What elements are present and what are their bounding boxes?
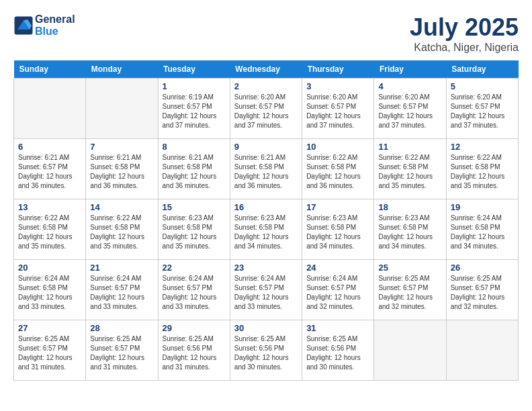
day-number: 1	[163, 81, 226, 91]
day-number: 9	[234, 142, 298, 152]
day-number: 31	[306, 323, 369, 333]
calendar-cell: 21 Sunrise: 6:24 AM Sunset: 6:57 PM Dayl…	[86, 260, 158, 320]
calendar-week-row: 27 Sunrise: 6:25 AM Sunset: 6:57 PM Dayl…	[14, 320, 519, 381]
calendar-week-row: 1 Sunrise: 6:19 AM Sunset: 6:57 PM Dayli…	[14, 79, 519, 139]
day-info: Sunrise: 6:24 AM Sunset: 6:58 PM Dayligh…	[451, 214, 514, 251]
calendar-cell: 26 Sunrise: 6:25 AM Sunset: 6:57 PM Dayl…	[446, 260, 518, 320]
day-info: Sunrise: 6:22 AM Sunset: 6:58 PM Dayligh…	[18, 214, 81, 251]
calendar-cell: 31 Sunrise: 6:25 AM Sunset: 6:56 PM Dayl…	[302, 320, 374, 381]
calendar-cell: 24 Sunrise: 6:24 AM Sunset: 6:57 PM Dayl…	[302, 260, 374, 320]
day-info: Sunrise: 6:23 AM Sunset: 6:58 PM Dayligh…	[234, 214, 298, 251]
day-number: 4	[378, 81, 441, 91]
day-info: Sunrise: 6:20 AM Sunset: 6:57 PM Dayligh…	[451, 93, 514, 130]
calendar-week-row: 20 Sunrise: 6:24 AM Sunset: 6:58 PM Dayl…	[14, 260, 519, 320]
month-title: July 2025	[410, 13, 519, 42]
title-section: July 2025 Katcha, Niger, Nigeria	[410, 13, 519, 54]
day-info: Sunrise: 6:21 AM Sunset: 6:58 PM Dayligh…	[90, 153, 153, 191]
day-number: 17	[306, 202, 369, 212]
day-info: Sunrise: 6:23 AM Sunset: 6:58 PM Dayligh…	[306, 214, 369, 251]
weekday-header-saturday: Saturday	[446, 60, 518, 79]
calendar-cell: 2 Sunrise: 6:20 AM Sunset: 6:57 PM Dayli…	[230, 79, 302, 139]
calendar-cell: 16 Sunrise: 6:23 AM Sunset: 6:58 PM Dayl…	[230, 199, 302, 260]
day-info: Sunrise: 6:25 AM Sunset: 6:56 PM Dayligh…	[234, 334, 298, 372]
calendar-cell: 8 Sunrise: 6:21 AM Sunset: 6:58 PM Dayli…	[158, 139, 230, 199]
day-number: 14	[90, 202, 153, 212]
day-info: Sunrise: 6:20 AM Sunset: 6:57 PM Dayligh…	[234, 93, 298, 130]
calendar-cell: 7 Sunrise: 6:21 AM Sunset: 6:58 PM Dayli…	[86, 139, 158, 199]
calendar-cell: 9 Sunrise: 6:21 AM Sunset: 6:58 PM Dayli…	[230, 139, 302, 199]
day-info: Sunrise: 6:21 AM Sunset: 6:58 PM Dayligh…	[163, 153, 226, 191]
calendar-cell: 4 Sunrise: 6:20 AM Sunset: 6:57 PM Dayli…	[374, 79, 446, 139]
day-info: Sunrise: 6:20 AM Sunset: 6:57 PM Dayligh…	[378, 93, 441, 130]
day-number: 3	[306, 81, 369, 91]
calendar-cell: 25 Sunrise: 6:25 AM Sunset: 6:57 PM Dayl…	[374, 260, 446, 320]
calendar-cell: 30 Sunrise: 6:25 AM Sunset: 6:56 PM Dayl…	[230, 320, 302, 381]
day-info: Sunrise: 6:24 AM Sunset: 6:57 PM Dayligh…	[234, 274, 298, 312]
calendar-cell: 27 Sunrise: 6:25 AM Sunset: 6:57 PM Dayl…	[14, 320, 86, 381]
calendar-cell: 1 Sunrise: 6:19 AM Sunset: 6:57 PM Dayli…	[158, 79, 230, 139]
day-number: 25	[378, 263, 441, 273]
day-info: Sunrise: 6:24 AM Sunset: 6:57 PM Dayligh…	[163, 274, 226, 312]
calendar-cell: 18 Sunrise: 6:23 AM Sunset: 6:58 PM Dayl…	[374, 199, 446, 260]
day-info: Sunrise: 6:21 AM Sunset: 6:57 PM Dayligh…	[18, 153, 81, 191]
calendar-cell	[86, 79, 158, 139]
day-number: 5	[451, 81, 514, 91]
calendar-cell: 12 Sunrise: 6:22 AM Sunset: 6:58 PM Dayl…	[446, 139, 518, 199]
calendar-cell	[14, 79, 86, 139]
calendar-cell: 5 Sunrise: 6:20 AM Sunset: 6:57 PM Dayli…	[446, 79, 518, 139]
weekday-header-thursday: Thursday	[302, 60, 374, 79]
day-number: 28	[90, 323, 153, 333]
calendar-cell: 13 Sunrise: 6:22 AM Sunset: 6:58 PM Dayl…	[14, 199, 86, 260]
calendar-cell: 15 Sunrise: 6:23 AM Sunset: 6:58 PM Dayl…	[158, 199, 230, 260]
day-number: 16	[234, 202, 298, 212]
calendar-cell	[446, 320, 518, 381]
day-info: Sunrise: 6:25 AM Sunset: 6:57 PM Dayligh…	[378, 274, 441, 312]
day-info: Sunrise: 6:22 AM Sunset: 6:58 PM Dayligh…	[378, 153, 441, 191]
day-number: 8	[163, 142, 226, 152]
calendar-cell	[374, 320, 446, 381]
day-info: Sunrise: 6:25 AM Sunset: 6:56 PM Dayligh…	[163, 334, 226, 372]
day-number: 24	[306, 263, 369, 273]
day-number: 18	[378, 202, 441, 212]
day-number: 29	[163, 323, 226, 333]
day-number: 22	[163, 263, 226, 273]
day-info: Sunrise: 6:22 AM Sunset: 6:58 PM Dayligh…	[90, 214, 153, 251]
weekday-header-friday: Friday	[374, 60, 446, 79]
calendar-cell: 3 Sunrise: 6:20 AM Sunset: 6:57 PM Dayli…	[302, 79, 374, 139]
calendar-cell: 22 Sunrise: 6:24 AM Sunset: 6:57 PM Dayl…	[158, 260, 230, 320]
day-number: 19	[451, 202, 514, 212]
weekday-header-sunday: Sunday	[14, 60, 86, 79]
calendar-table: SundayMondayTuesdayWednesdayThursdayFrid…	[13, 60, 519, 381]
day-info: Sunrise: 6:25 AM Sunset: 6:56 PM Dayligh…	[306, 334, 369, 372]
day-number: 6	[18, 142, 81, 152]
day-number: 10	[306, 142, 369, 152]
day-info: Sunrise: 6:22 AM Sunset: 6:58 PM Dayligh…	[306, 153, 369, 191]
day-info: Sunrise: 6:22 AM Sunset: 6:58 PM Dayligh…	[451, 153, 514, 191]
day-number: 27	[18, 323, 81, 333]
calendar-week-row: 6 Sunrise: 6:21 AM Sunset: 6:57 PM Dayli…	[14, 139, 519, 199]
day-info: Sunrise: 6:20 AM Sunset: 6:57 PM Dayligh…	[306, 93, 369, 130]
day-info: Sunrise: 6:23 AM Sunset: 6:58 PM Dayligh…	[378, 214, 441, 251]
calendar-cell: 29 Sunrise: 6:25 AM Sunset: 6:56 PM Dayl…	[158, 320, 230, 381]
day-info: Sunrise: 6:19 AM Sunset: 6:57 PM Dayligh…	[163, 93, 226, 130]
calendar-cell: 20 Sunrise: 6:24 AM Sunset: 6:58 PM Dayl…	[14, 260, 86, 320]
calendar-week-row: 13 Sunrise: 6:22 AM Sunset: 6:58 PM Dayl…	[14, 199, 519, 260]
calendar-cell: 14 Sunrise: 6:22 AM Sunset: 6:58 PM Dayl…	[86, 199, 158, 260]
logo-text: General Blue	[35, 13, 75, 38]
weekday-header-monday: Monday	[86, 60, 158, 79]
calendar-cell: 17 Sunrise: 6:23 AM Sunset: 6:58 PM Dayl…	[302, 199, 374, 260]
day-number: 7	[90, 142, 153, 152]
day-info: Sunrise: 6:24 AM Sunset: 6:58 PM Dayligh…	[18, 274, 81, 312]
day-info: Sunrise: 6:24 AM Sunset: 6:57 PM Dayligh…	[90, 274, 153, 312]
calendar-cell: 28 Sunrise: 6:25 AM Sunset: 6:57 PM Dayl…	[86, 320, 158, 381]
day-number: 15	[163, 202, 226, 212]
day-number: 21	[90, 263, 153, 273]
day-number: 26	[451, 263, 514, 273]
location: Katcha, Niger, Nigeria	[410, 42, 519, 54]
calendar-cell: 10 Sunrise: 6:22 AM Sunset: 6:58 PM Dayl…	[302, 139, 374, 199]
day-info: Sunrise: 6:24 AM Sunset: 6:57 PM Dayligh…	[306, 274, 369, 312]
weekday-header-wednesday: Wednesday	[230, 60, 302, 79]
logo: General Blue	[13, 13, 75, 38]
day-info: Sunrise: 6:21 AM Sunset: 6:58 PM Dayligh…	[234, 153, 298, 191]
calendar-cell: 11 Sunrise: 6:22 AM Sunset: 6:58 PM Dayl…	[374, 139, 446, 199]
